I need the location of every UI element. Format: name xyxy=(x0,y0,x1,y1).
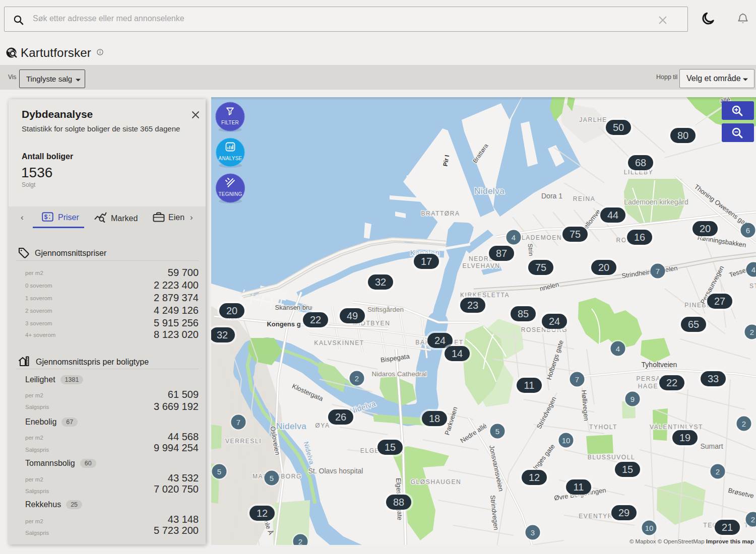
svg-text:2: 2 xyxy=(355,374,359,383)
svg-text:4: 4 xyxy=(751,265,755,274)
svg-text:22: 22 xyxy=(310,314,321,325)
svg-text:12: 12 xyxy=(529,472,540,483)
svg-text:2: 2 xyxy=(751,515,755,524)
svg-text:2: 2 xyxy=(716,467,720,476)
svg-text:6: 6 xyxy=(746,226,750,235)
svg-text:Sumart: Sumart xyxy=(700,442,723,450)
svg-text:80: 80 xyxy=(677,130,688,141)
svg-text:27: 27 xyxy=(714,296,725,307)
svg-text:85: 85 xyxy=(518,308,529,319)
svg-text:11: 11 xyxy=(524,380,535,391)
svg-text:ANALYSE: ANALYSE xyxy=(219,156,242,161)
svg-text:24: 24 xyxy=(549,316,560,327)
svg-text:75: 75 xyxy=(570,229,581,240)
svg-text:20: 20 xyxy=(226,305,237,316)
svg-text:Lademoen kirkegård: Lademoen kirkegård xyxy=(624,198,688,206)
svg-text:23: 23 xyxy=(467,300,478,311)
svg-text:88: 88 xyxy=(393,497,404,508)
svg-text:HAGE: HAGE xyxy=(638,383,658,390)
svg-text:ELVEHAVN: ELVEHAVN xyxy=(462,262,500,269)
svg-text:JARLHE: JARLHE xyxy=(579,116,607,123)
svg-text:4: 4 xyxy=(616,344,620,353)
svg-text:21: 21 xyxy=(722,522,733,533)
svg-text:33: 33 xyxy=(708,373,719,384)
svg-text:29: 29 xyxy=(618,507,629,518)
svg-text:© Mapbox © OpenStreetMap Impro: © Mapbox © OpenStreetMap Improve this ma… xyxy=(629,538,754,544)
svg-text:$: $ xyxy=(44,214,48,221)
svg-text:14: 14 xyxy=(452,348,463,359)
svg-text:GLØSHAUGEN: GLØSHAUGEN xyxy=(411,478,462,486)
svg-text:20: 20 xyxy=(598,262,609,273)
svg-text:50: 50 xyxy=(613,122,624,133)
svg-text:Tyholtveien: Tyholtveien xyxy=(642,361,677,369)
svg-text:11: 11 xyxy=(574,481,584,493)
svg-text:5: 5 xyxy=(495,427,499,436)
svg-text:Dora 1: Dora 1 xyxy=(541,192,562,200)
svg-text:LADEMOEN: LADEMOEN xyxy=(522,234,562,241)
svg-text:75: 75 xyxy=(535,262,546,273)
svg-text:10: 10 xyxy=(562,436,571,445)
svg-text:2: 2 xyxy=(750,328,754,336)
svg-text:Strin: Strin xyxy=(527,243,535,256)
svg-text:12: 12 xyxy=(257,508,268,519)
svg-text:REINA: REINA xyxy=(573,195,596,202)
svg-text:24: 24 xyxy=(434,335,446,346)
svg-text:18: 18 xyxy=(429,413,440,424)
svg-text:44: 44 xyxy=(607,210,618,221)
svg-text:87: 87 xyxy=(496,248,507,259)
svg-text:65: 65 xyxy=(688,319,699,330)
svg-text:TYHOLT: TYHOLT xyxy=(589,424,617,431)
svg-text:5: 5 xyxy=(270,474,274,482)
svg-text:STRIND: STRIND xyxy=(749,283,756,290)
svg-text:49: 49 xyxy=(347,310,358,321)
svg-text:2: 2 xyxy=(298,537,302,545)
svg-text:15: 15 xyxy=(622,464,633,475)
svg-text:15: 15 xyxy=(385,442,396,453)
svg-text:22: 22 xyxy=(666,377,677,388)
svg-text:2: 2 xyxy=(742,420,746,428)
svg-text:St. Olavs hospital: St. Olavs hospital xyxy=(308,467,363,475)
svg-text:3: 3 xyxy=(531,528,535,537)
svg-text:Skansen bru: Skansen bru xyxy=(275,304,312,311)
svg-text:19: 19 xyxy=(679,432,690,443)
svg-text:Nidaros Cathedral: Nidaros Cathedral xyxy=(372,370,427,378)
svg-text:ØYA: ØYA xyxy=(315,422,330,429)
svg-text:Kongens g: Kongens g xyxy=(267,320,300,328)
svg-text:16: 16 xyxy=(634,232,645,243)
svg-text:4: 4 xyxy=(512,233,516,242)
svg-text:26: 26 xyxy=(335,411,346,423)
svg-text:BRATTØRA: BRATTØRA xyxy=(421,210,460,217)
svg-text:7: 7 xyxy=(575,375,579,384)
svg-text:TEGNING: TEGNING xyxy=(219,191,242,197)
svg-text:10: 10 xyxy=(645,524,654,532)
svg-text:KALVSKINNET: KALVSKINNET xyxy=(314,339,364,347)
svg-text:VERRESLI: VERRESLI xyxy=(225,438,262,445)
svg-text:5: 5 xyxy=(217,467,221,476)
svg-text:68: 68 xyxy=(635,157,646,168)
svg-text:Stiftsgården: Stiftsgården xyxy=(367,306,404,313)
svg-text:32: 32 xyxy=(217,329,228,340)
svg-text:Nidelva: Nidelva xyxy=(276,422,306,431)
svg-text:17: 17 xyxy=(421,256,432,267)
svg-text:20: 20 xyxy=(700,223,711,234)
svg-text:32: 32 xyxy=(375,276,386,288)
svg-text:FILTER: FILTER xyxy=(221,120,239,125)
svg-text:9: 9 xyxy=(631,395,635,403)
svg-text:7: 7 xyxy=(236,418,240,427)
svg-text:Nidelva: Nidelva xyxy=(474,186,505,196)
svg-text:7: 7 xyxy=(656,267,660,275)
